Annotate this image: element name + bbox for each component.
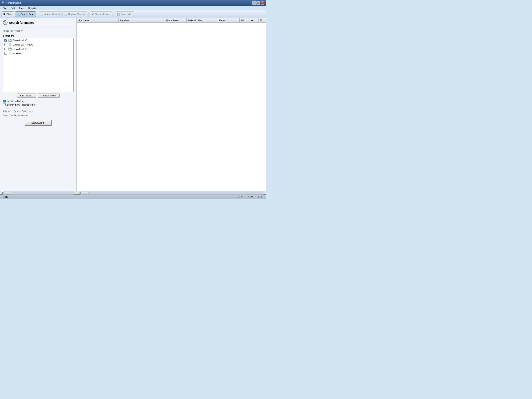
- col-location[interactable]: Location: [119, 18, 164, 23]
- titlebar: 🔍 Find Images — ❐ ✕: [0, 0, 266, 6]
- left-scroll-track[interactable]: [4, 192, 73, 194]
- check-marks-label: Check Marks: [95, 13, 108, 15]
- col-width[interactable]: Wi...: [239, 18, 249, 23]
- menu-tools[interactable]: Tools: [17, 6, 26, 10]
- remove-folder-button[interactable]: Remove Folder: [38, 94, 60, 98]
- add-folder-button[interactable]: Add Folder...: [17, 94, 36, 98]
- include-subfolders-option[interactable]: Include subfolders: [0, 99, 76, 103]
- maximize-icon: ❐: [258, 2, 259, 4]
- search-pane-label: Search Pane: [21, 13, 34, 15]
- drive-item-c: 💾 Disco local (C:): [3, 38, 73, 42]
- add-worklist-icon: 📋: [40, 13, 44, 16]
- titlebar-left: 🔍 Find Images: [2, 1, 21, 5]
- search-my-pictures-checkbox[interactable]: [3, 103, 6, 106]
- drive-d-label: Unidad CD-RW (D:): [13, 44, 33, 46]
- drive-c-label: Disco local (C:): [13, 39, 28, 42]
- col-height[interactable]: He...: [249, 18, 258, 23]
- scroll-right-right-arrow[interactable]: ▶: [263, 191, 266, 195]
- close-icon: ✕: [262, 2, 263, 4]
- toolbar-separator-2: [89, 12, 89, 17]
- app-icon: 🔍: [2, 1, 5, 5]
- drive-item-worklist: 📄 Worklist: [3, 51, 73, 56]
- search-header-icon: 🔍: [3, 20, 7, 25]
- include-subfolders-checkbox[interactable]: [3, 100, 6, 102]
- check-marks-icon: ✔: [92, 13, 94, 16]
- drive-item-d: 💿 Unidad CD-RW (D:): [3, 42, 73, 47]
- col-more[interactable]: M...: [258, 18, 266, 23]
- search-pane-icon: 🔍: [17, 13, 20, 16]
- drive-e-icon: 💾: [8, 47, 12, 51]
- menu-file[interactable]: File: [1, 6, 8, 10]
- add-worklist-button[interactable]: 📋 Add to Worklist: [39, 12, 62, 17]
- save-to-file-label: Save to file: [121, 13, 132, 15]
- scrollbar-row: ◀ ▶ ◀ ▶: [0, 191, 266, 195]
- scroll-right-arrow[interactable]: ▶: [74, 191, 77, 195]
- titlebar-controls: — ❐ ✕: [252, 1, 264, 5]
- close-toolbar-label: Close: [6, 13, 12, 15]
- close-toolbar-icon: ⏹: [3, 13, 6, 16]
- save-to-file-button[interactable]: 💾 Save to file: [115, 12, 134, 17]
- drive-worklist-checkbox[interactable]: [4, 52, 7, 55]
- left-pane: 🔍 Search for Images Image File Types >> …: [0, 18, 77, 191]
- search-duplicates-link[interactable]: Search for Duplicates >>: [0, 113, 76, 117]
- advanced-search-link[interactable]: Advanced Search Options >>: [0, 109, 76, 113]
- drive-item-e: 💾 Disco local (E:): [3, 47, 73, 51]
- menubar: File Edit Tools Results: [0, 6, 266, 10]
- replace-worklist-icon: 🔄: [64, 13, 68, 16]
- left-pane-scrollbar: ◀ ▶: [0, 191, 77, 195]
- check-marks-button[interactable]: ✔ Check Marks ▼: [90, 12, 112, 17]
- left-scroll-thumb[interactable]: [4, 192, 12, 194]
- start-search-container: Start Search: [0, 117, 76, 129]
- menu-edit[interactable]: Edit: [9, 6, 16, 10]
- app-title: Find Images: [6, 1, 21, 4]
- search-in-label: Search In:: [0, 33, 76, 38]
- toolbar-separator-3: [114, 12, 114, 17]
- toolbar-separator-1: [37, 12, 38, 17]
- magnifier-icon: 🔍: [4, 21, 7, 24]
- drive-c-icon: 💾: [8, 39, 12, 42]
- drive-list-container: 💾 Disco local (C:) 💿 Unidad CD-RW (D:) 💾…: [3, 38, 74, 92]
- toolbar: ⏹ Close 🔍 Search Pane 📋 Add to Worklist …: [0, 10, 266, 18]
- drive-worklist-label: Worklist: [13, 52, 21, 55]
- cap-indicator: CAP: [238, 196, 245, 198]
- check-marks-dropdown-icon: ▼: [109, 13, 111, 15]
- search-header: 🔍 Search for Images: [0, 18, 76, 27]
- num-indicator: NUM: [247, 196, 254, 198]
- right-pane: File Name Location Size in Bytes Date Mo…: [77, 18, 266, 191]
- drive-e-checkbox[interactable]: [4, 48, 7, 50]
- close-window-button[interactable]: ✕: [261, 1, 264, 5]
- scroll-left-arrow[interactable]: ◀: [0, 191, 3, 195]
- right-scroll-track[interactable]: [80, 192, 262, 194]
- search-my-pictures-option[interactable]: Search in My Pictures folder: [0, 103, 76, 106]
- col-filename[interactable]: File Name: [77, 18, 119, 23]
- col-status[interactable]: Status: [217, 18, 239, 23]
- folder-buttons: Add Folder... Remove Folder: [0, 92, 76, 99]
- results-table: File Name Location Size in Bytes Date Mo…: [77, 18, 266, 23]
- minimize-button[interactable]: —: [252, 1, 256, 5]
- replace-worklist-label: Replace Worklist: [68, 13, 85, 15]
- start-search-button[interactable]: Start Search: [25, 120, 52, 126]
- col-size[interactable]: Size in Bytes: [164, 18, 186, 23]
- image-file-types-link[interactable]: Image File Types >>: [0, 29, 76, 33]
- scroll-right-left-arrow[interactable]: ◀: [77, 191, 80, 195]
- right-pane-scrollbar: ◀ ▶: [77, 191, 266, 195]
- search-pane-title: Search for Images: [9, 21, 34, 24]
- statusbar: Ready CAP NUM SCRL: [0, 195, 266, 199]
- status-text: Ready: [2, 196, 235, 198]
- drive-e-label: Disco local (E:): [13, 48, 28, 50]
- minimize-icon: —: [253, 2, 255, 4]
- search-pane-button[interactable]: 🔍 Search Pane: [15, 12, 36, 17]
- col-date[interactable]: Date Modified: [187, 18, 217, 23]
- menu-results[interactable]: Results: [27, 6, 38, 10]
- add-worklist-label: Add to Worklist: [44, 13, 60, 15]
- scrl-indicator: SCRL: [256, 196, 264, 198]
- close-button[interactable]: ⏹ Close: [1, 12, 14, 17]
- right-scroll-thumb[interactable]: [80, 192, 89, 194]
- maximize-button[interactable]: ❐: [256, 1, 260, 5]
- save-to-file-icon: 💾: [117, 13, 120, 16]
- drive-c-checkbox[interactable]: [4, 39, 7, 42]
- drive-worklist-icon: 📄: [8, 52, 12, 55]
- drive-d-checkbox[interactable]: [4, 43, 7, 46]
- replace-worklist-button[interactable]: 🔄 Replace Worklist: [63, 12, 87, 17]
- search-my-pictures-label: Search in My Pictures folder: [7, 103, 36, 106]
